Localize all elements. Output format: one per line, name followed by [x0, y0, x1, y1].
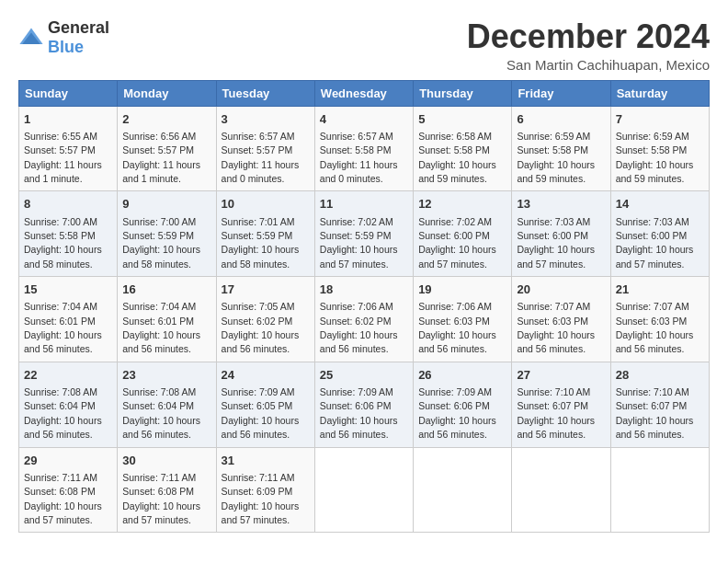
- day-info: Sunrise: 7:08 AMSunset: 6:04 PMDaylight:…: [24, 386, 102, 440]
- day-number: 11: [320, 196, 408, 213]
- day-info: Sunrise: 7:09 AMSunset: 6:06 PMDaylight:…: [320, 386, 398, 440]
- col-tuesday: Tuesday: [216, 80, 314, 106]
- title-block: December 2024 San Martin Cachihuapan, Me…: [467, 18, 710, 73]
- day-info: Sunrise: 6:57 AMSunset: 5:58 PMDaylight:…: [320, 131, 398, 184]
- calendar-week-row: 15Sunrise: 7:04 AMSunset: 6:01 PMDayligh…: [19, 277, 710, 362]
- table-row: 29Sunrise: 7:11 AMSunset: 6:08 PMDayligh…: [19, 447, 118, 533]
- table-row: 5Sunrise: 6:58 AMSunset: 5:58 PMDaylight…: [414, 106, 512, 191]
- day-info: Sunrise: 7:00 AMSunset: 5:59 PMDaylight:…: [122, 216, 200, 270]
- day-info: Sunrise: 7:11 AMSunset: 6:08 PMDaylight:…: [24, 472, 102, 525]
- table-row: 6Sunrise: 6:59 AMSunset: 5:58 PMDaylight…: [512, 106, 610, 191]
- day-info: Sunrise: 7:03 AMSunset: 6:00 PMDaylight:…: [517, 216, 595, 270]
- table-row: 28Sunrise: 7:10 AMSunset: 6:07 PMDayligh…: [610, 362, 709, 447]
- day-info: Sunrise: 7:04 AMSunset: 6:01 PMDaylight:…: [24, 301, 102, 354]
- table-row: 11Sunrise: 7:02 AMSunset: 5:59 PMDayligh…: [314, 191, 413, 277]
- day-number: 4: [320, 111, 408, 128]
- col-saturday: Saturday: [610, 80, 709, 106]
- logo-blue: Blue: [48, 38, 84, 56]
- day-number: 30: [122, 453, 210, 469]
- calendar-week-row: 1Sunrise: 6:55 AMSunset: 5:57 PMDaylight…: [19, 106, 710, 191]
- col-thursday: Thursday: [414, 80, 512, 106]
- logo-icon: [18, 25, 44, 51]
- col-friday: Friday: [512, 80, 610, 106]
- day-info: Sunrise: 7:00 AMSunset: 5:58 PMDaylight:…: [24, 216, 102, 270]
- day-number: 31: [222, 453, 310, 469]
- table-row: 18Sunrise: 7:06 AMSunset: 6:02 PMDayligh…: [314, 277, 413, 362]
- table-row: 12Sunrise: 7:02 AMSunset: 6:00 PMDayligh…: [414, 191, 512, 277]
- day-info: Sunrise: 7:02 AMSunset: 6:00 PMDaylight:…: [418, 216, 496, 270]
- col-sunday: Sunday: [19, 80, 118, 106]
- day-info: Sunrise: 7:05 AMSunset: 6:02 PMDaylight:…: [222, 301, 300, 354]
- day-number: 13: [517, 196, 605, 213]
- day-number: 22: [24, 367, 112, 384]
- table-row: [610, 447, 709, 533]
- table-row: 9Sunrise: 7:00 AMSunset: 5:59 PMDaylight…: [118, 191, 216, 277]
- day-number: 10: [222, 196, 310, 213]
- table-row: [512, 447, 610, 533]
- day-info: Sunrise: 7:09 AMSunset: 6:05 PMDaylight:…: [222, 386, 300, 440]
- table-row: 30Sunrise: 7:11 AMSunset: 6:08 PMDayligh…: [118, 447, 216, 533]
- table-row: 27Sunrise: 7:10 AMSunset: 6:07 PMDayligh…: [512, 362, 610, 447]
- table-row: 7Sunrise: 6:59 AMSunset: 5:58 PMDaylight…: [610, 106, 709, 191]
- table-row: 26Sunrise: 7:09 AMSunset: 6:06 PMDayligh…: [414, 362, 512, 447]
- header: General Blue December 2024 San Martin Ca…: [18, 18, 710, 73]
- col-wednesday: Wednesday: [314, 80, 413, 106]
- day-info: Sunrise: 7:07 AMSunset: 6:03 PMDaylight:…: [517, 301, 595, 354]
- table-row: 16Sunrise: 7:04 AMSunset: 6:01 PMDayligh…: [118, 277, 216, 362]
- day-info: Sunrise: 7:07 AMSunset: 6:03 PMDaylight:…: [616, 301, 694, 354]
- calendar-week-row: 8Sunrise: 7:00 AMSunset: 5:58 PMDaylight…: [19, 191, 710, 277]
- day-info: Sunrise: 7:09 AMSunset: 6:06 PMDaylight:…: [418, 386, 496, 440]
- logo-text: General Blue: [48, 18, 109, 57]
- day-info: Sunrise: 7:11 AMSunset: 6:08 PMDaylight:…: [122, 472, 200, 525]
- day-number: 19: [418, 282, 506, 298]
- calendar-title: December 2024: [467, 18, 710, 55]
- table-row: 10Sunrise: 7:01 AMSunset: 5:59 PMDayligh…: [216, 191, 314, 277]
- table-row: 21Sunrise: 7:07 AMSunset: 6:03 PMDayligh…: [610, 277, 709, 362]
- day-info: Sunrise: 6:58 AMSunset: 5:58 PMDaylight:…: [418, 131, 496, 184]
- day-number: 6: [517, 111, 605, 128]
- day-info: Sunrise: 6:56 AMSunset: 5:57 PMDaylight:…: [122, 131, 200, 184]
- calendar-week-row: 22Sunrise: 7:08 AMSunset: 6:04 PMDayligh…: [19, 362, 710, 447]
- day-number: 25: [320, 367, 408, 384]
- logo: General Blue: [18, 18, 109, 57]
- day-info: Sunrise: 7:10 AMSunset: 6:07 PMDaylight:…: [616, 386, 694, 440]
- table-row: 4Sunrise: 6:57 AMSunset: 5:58 PMDaylight…: [314, 106, 413, 191]
- day-number: 17: [222, 282, 310, 298]
- day-number: 21: [616, 282, 704, 298]
- day-number: 14: [616, 196, 704, 213]
- table-row: 20Sunrise: 7:07 AMSunset: 6:03 PMDayligh…: [512, 277, 610, 362]
- table-row: [414, 447, 512, 533]
- day-number: 8: [24, 196, 112, 213]
- calendar-table: Sunday Monday Tuesday Wednesday Thursday…: [18, 80, 710, 534]
- day-number: 3: [222, 111, 310, 128]
- day-number: 7: [616, 111, 704, 128]
- day-info: Sunrise: 6:59 AMSunset: 5:58 PMDaylight:…: [517, 131, 595, 184]
- day-number: 15: [24, 282, 112, 298]
- day-number: 28: [616, 367, 704, 384]
- day-info: Sunrise: 6:59 AMSunset: 5:58 PMDaylight:…: [616, 131, 694, 184]
- day-info: Sunrise: 7:11 AMSunset: 6:09 PMDaylight:…: [222, 472, 300, 525]
- table-row: 25Sunrise: 7:09 AMSunset: 6:06 PMDayligh…: [314, 362, 413, 447]
- day-number: 20: [517, 282, 605, 298]
- day-number: 9: [122, 196, 210, 213]
- table-row: 15Sunrise: 7:04 AMSunset: 6:01 PMDayligh…: [19, 277, 118, 362]
- day-number: 1: [24, 111, 112, 128]
- table-row: 31Sunrise: 7:11 AMSunset: 6:09 PMDayligh…: [216, 447, 314, 533]
- day-number: 2: [122, 111, 210, 128]
- table-row: 17Sunrise: 7:05 AMSunset: 6:02 PMDayligh…: [216, 277, 314, 362]
- table-row: 3Sunrise: 6:57 AMSunset: 5:57 PMDaylight…: [216, 106, 314, 191]
- table-row: 8Sunrise: 7:00 AMSunset: 5:58 PMDaylight…: [19, 191, 118, 277]
- day-info: Sunrise: 7:02 AMSunset: 5:59 PMDaylight:…: [320, 216, 398, 270]
- table-row: 14Sunrise: 7:03 AMSunset: 6:00 PMDayligh…: [610, 191, 709, 277]
- table-row: 22Sunrise: 7:08 AMSunset: 6:04 PMDayligh…: [19, 362, 118, 447]
- calendar-subtitle: San Martin Cachihuapan, Mexico: [467, 57, 710, 73]
- day-info: Sunrise: 7:06 AMSunset: 6:02 PMDaylight:…: [320, 301, 398, 354]
- table-row: 13Sunrise: 7:03 AMSunset: 6:00 PMDayligh…: [512, 191, 610, 277]
- table-row: 2Sunrise: 6:56 AMSunset: 5:57 PMDaylight…: [118, 106, 216, 191]
- table-row: 19Sunrise: 7:06 AMSunset: 6:03 PMDayligh…: [414, 277, 512, 362]
- day-number: 26: [418, 367, 506, 384]
- day-number: 23: [122, 367, 210, 384]
- day-number: 18: [320, 282, 408, 298]
- logo-general: General: [48, 18, 109, 37]
- table-row: 23Sunrise: 7:08 AMSunset: 6:04 PMDayligh…: [118, 362, 216, 447]
